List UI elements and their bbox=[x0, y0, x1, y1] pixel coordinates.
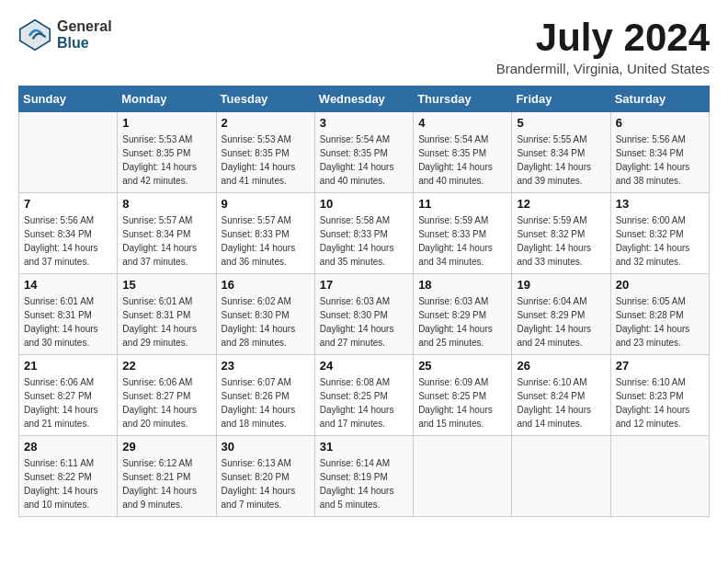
day-number: 31 bbox=[320, 440, 408, 454]
day-number: 4 bbox=[418, 116, 506, 130]
header: General Blue July 2024 Brandermill, Virg… bbox=[18, 18, 710, 76]
calendar-cell: 25Sunrise: 6:09 AM Sunset: 8:25 PM Dayli… bbox=[414, 355, 512, 436]
calendar-cell: 20Sunrise: 6:05 AM Sunset: 8:28 PM Dayli… bbox=[610, 274, 709, 355]
day-info: Sunrise: 6:08 AM Sunset: 8:25 PM Dayligh… bbox=[320, 375, 408, 431]
calendar-cell: 2Sunrise: 5:53 AM Sunset: 8:35 PM Daylig… bbox=[216, 112, 314, 193]
day-number: 13 bbox=[616, 197, 704, 211]
logo-line2: Blue bbox=[57, 35, 112, 52]
calendar-cell: 9Sunrise: 5:57 AM Sunset: 8:33 PM Daylig… bbox=[216, 193, 314, 274]
day-info: Sunrise: 6:06 AM Sunset: 8:27 PM Dayligh… bbox=[24, 375, 112, 431]
calendar-cell: 7Sunrise: 5:56 AM Sunset: 8:34 PM Daylig… bbox=[19, 193, 118, 274]
calendar-cell: 8Sunrise: 5:57 AM Sunset: 8:34 PM Daylig… bbox=[118, 193, 216, 274]
day-info: Sunrise: 5:56 AM Sunset: 8:34 PM Dayligh… bbox=[24, 213, 112, 269]
day-header-friday: Friday bbox=[512, 86, 610, 112]
logo: General Blue bbox=[18, 18, 112, 52]
week-row-3: 14Sunrise: 6:01 AM Sunset: 8:31 PM Dayli… bbox=[19, 274, 710, 355]
day-info: Sunrise: 5:54 AM Sunset: 8:35 PM Dayligh… bbox=[418, 132, 506, 188]
calendar-cell: 16Sunrise: 6:02 AM Sunset: 8:30 PM Dayli… bbox=[216, 274, 314, 355]
day-number: 11 bbox=[418, 197, 506, 211]
day-number: 15 bbox=[122, 278, 210, 292]
logo-text: General Blue bbox=[57, 18, 112, 51]
day-info: Sunrise: 6:11 AM Sunset: 8:22 PM Dayligh… bbox=[24, 456, 112, 511]
day-info: Sunrise: 6:03 AM Sunset: 8:30 PM Dayligh… bbox=[320, 294, 408, 350]
calendar-cell: 19Sunrise: 6:04 AM Sunset: 8:29 PM Dayli… bbox=[512, 274, 610, 355]
day-info: Sunrise: 5:57 AM Sunset: 8:34 PM Dayligh… bbox=[122, 213, 210, 269]
day-info: Sunrise: 6:02 AM Sunset: 8:30 PM Dayligh… bbox=[222, 294, 310, 350]
calendar-cell: 26Sunrise: 6:10 AM Sunset: 8:24 PM Dayli… bbox=[512, 355, 610, 436]
day-info: Sunrise: 5:56 AM Sunset: 8:34 PM Dayligh… bbox=[616, 132, 704, 188]
day-header-thursday: Thursday bbox=[414, 86, 512, 112]
calendar-cell: 22Sunrise: 6:06 AM Sunset: 8:27 PM Dayli… bbox=[118, 355, 216, 436]
day-number: 10 bbox=[320, 197, 408, 211]
day-info: Sunrise: 5:59 AM Sunset: 8:32 PM Dayligh… bbox=[517, 213, 605, 269]
calendar-cell: 21Sunrise: 6:06 AM Sunset: 8:27 PM Dayli… bbox=[19, 355, 118, 436]
day-info: Sunrise: 6:12 AM Sunset: 8:21 PM Dayligh… bbox=[122, 456, 210, 511]
calendar-cell: 30Sunrise: 6:13 AM Sunset: 8:20 PM Dayli… bbox=[216, 436, 314, 517]
calendar-cell: 17Sunrise: 6:03 AM Sunset: 8:30 PM Dayli… bbox=[314, 274, 413, 355]
calendar-cell: 1Sunrise: 5:53 AM Sunset: 8:35 PM Daylig… bbox=[118, 112, 216, 193]
day-info: Sunrise: 6:04 AM Sunset: 8:29 PM Dayligh… bbox=[517, 294, 605, 350]
week-row-4: 21Sunrise: 6:06 AM Sunset: 8:27 PM Dayli… bbox=[19, 355, 710, 436]
day-number: 29 bbox=[122, 440, 210, 454]
calendar-cell: 31Sunrise: 6:14 AM Sunset: 8:19 PM Dayli… bbox=[314, 436, 413, 517]
day-info: Sunrise: 6:13 AM Sunset: 8:20 PM Dayligh… bbox=[222, 456, 310, 511]
calendar-table: SundayMondayTuesdayWednesdayThursdayFrid… bbox=[18, 86, 710, 517]
day-info: Sunrise: 6:14 AM Sunset: 8:19 PM Dayligh… bbox=[320, 456, 408, 511]
title-section: July 2024 Brandermill, Virginia, United … bbox=[496, 18, 710, 76]
day-number: 14 bbox=[24, 278, 112, 292]
calendar-cell: 3Sunrise: 5:54 AM Sunset: 8:35 PM Daylig… bbox=[314, 112, 413, 193]
calendar-cell bbox=[414, 436, 512, 517]
day-header-tuesday: Tuesday bbox=[216, 86, 314, 112]
calendar-cell: 5Sunrise: 5:55 AM Sunset: 8:34 PM Daylig… bbox=[512, 112, 610, 193]
day-info: Sunrise: 6:07 AM Sunset: 8:26 PM Dayligh… bbox=[222, 375, 310, 431]
logo-line1: General bbox=[57, 18, 112, 35]
day-number: 28 bbox=[24, 440, 112, 454]
calendar-cell bbox=[512, 436, 610, 517]
day-number: 3 bbox=[320, 116, 408, 130]
day-header-monday: Monday bbox=[118, 86, 216, 112]
day-headers-row: SundayMondayTuesdayWednesdayThursdayFrid… bbox=[19, 86, 710, 112]
calendar-title: July 2024 bbox=[496, 18, 710, 57]
calendar-cell: 10Sunrise: 5:58 AM Sunset: 8:33 PM Dayli… bbox=[314, 193, 413, 274]
calendar-cell: 14Sunrise: 6:01 AM Sunset: 8:31 PM Dayli… bbox=[19, 274, 118, 355]
day-info: Sunrise: 5:59 AM Sunset: 8:33 PM Dayligh… bbox=[418, 213, 506, 269]
day-info: Sunrise: 6:00 AM Sunset: 8:32 PM Dayligh… bbox=[616, 213, 704, 269]
day-number: 25 bbox=[418, 359, 506, 373]
day-number: 16 bbox=[222, 278, 310, 292]
week-row-1: 1Sunrise: 5:53 AM Sunset: 8:35 PM Daylig… bbox=[19, 112, 710, 193]
day-header-sunday: Sunday bbox=[19, 86, 118, 112]
day-info: Sunrise: 5:57 AM Sunset: 8:33 PM Dayligh… bbox=[222, 213, 310, 269]
day-header-wednesday: Wednesday bbox=[314, 86, 413, 112]
day-info: Sunrise: 5:55 AM Sunset: 8:34 PM Dayligh… bbox=[517, 132, 605, 188]
day-info: Sunrise: 6:06 AM Sunset: 8:27 PM Dayligh… bbox=[122, 375, 210, 431]
calendar-cell: 6Sunrise: 5:56 AM Sunset: 8:34 PM Daylig… bbox=[610, 112, 709, 193]
day-info: Sunrise: 6:10 AM Sunset: 8:23 PM Dayligh… bbox=[616, 375, 704, 431]
day-info: Sunrise: 5:53 AM Sunset: 8:35 PM Dayligh… bbox=[122, 132, 210, 188]
day-info: Sunrise: 6:10 AM Sunset: 8:24 PM Dayligh… bbox=[517, 375, 605, 431]
day-number: 17 bbox=[320, 278, 408, 292]
day-number: 2 bbox=[222, 116, 310, 130]
day-number: 18 bbox=[418, 278, 506, 292]
day-number: 27 bbox=[616, 359, 704, 373]
calendar-cell: 15Sunrise: 6:01 AM Sunset: 8:31 PM Dayli… bbox=[118, 274, 216, 355]
day-number: 20 bbox=[616, 278, 704, 292]
calendar-cell: 29Sunrise: 6:12 AM Sunset: 8:21 PM Dayli… bbox=[118, 436, 216, 517]
calendar-cell: 18Sunrise: 6:03 AM Sunset: 8:29 PM Dayli… bbox=[414, 274, 512, 355]
day-info: Sunrise: 5:58 AM Sunset: 8:33 PM Dayligh… bbox=[320, 213, 408, 269]
calendar-cell: 4Sunrise: 5:54 AM Sunset: 8:35 PM Daylig… bbox=[414, 112, 512, 193]
calendar-cell: 27Sunrise: 6:10 AM Sunset: 8:23 PM Dayli… bbox=[610, 355, 709, 436]
day-number: 7 bbox=[24, 197, 112, 211]
week-row-2: 7Sunrise: 5:56 AM Sunset: 8:34 PM Daylig… bbox=[19, 193, 710, 274]
day-number: 22 bbox=[122, 359, 210, 373]
day-number: 21 bbox=[24, 359, 112, 373]
day-number: 8 bbox=[122, 197, 210, 211]
calendar-cell: 13Sunrise: 6:00 AM Sunset: 8:32 PM Dayli… bbox=[610, 193, 709, 274]
day-header-saturday: Saturday bbox=[610, 86, 709, 112]
day-number: 24 bbox=[320, 359, 408, 373]
day-info: Sunrise: 6:01 AM Sunset: 8:31 PM Dayligh… bbox=[24, 294, 112, 350]
day-number: 26 bbox=[517, 359, 605, 373]
calendar-subtitle: Brandermill, Virginia, United States bbox=[496, 61, 710, 76]
day-info: Sunrise: 6:01 AM Sunset: 8:31 PM Dayligh… bbox=[122, 294, 210, 350]
day-number: 23 bbox=[222, 359, 310, 373]
calendar-cell bbox=[19, 112, 118, 193]
